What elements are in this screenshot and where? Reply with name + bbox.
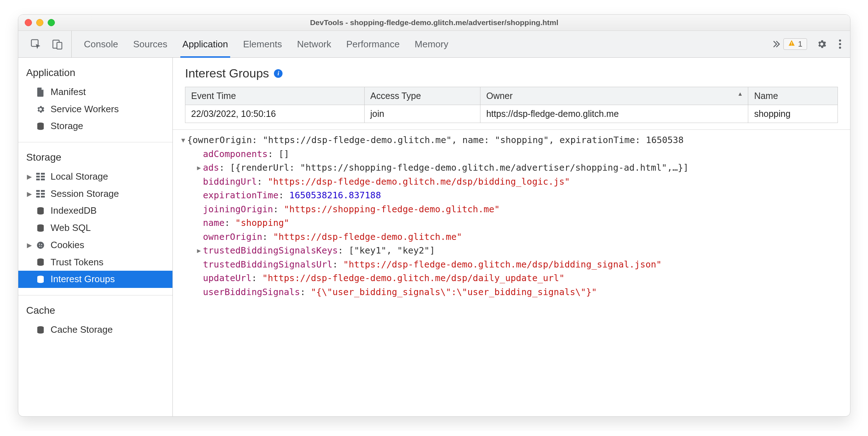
chevron-right-icon[interactable]: ▶ [26,172,33,181]
events-table: Event TimeAccess TypeOwner▲Name 22/03/20… [185,87,838,123]
chevron-right-icon[interactable]: ▶ [195,161,203,173]
tree-root[interactable]: ▼{ownerOrigin: "https://dsp-fledge-demo.… [179,133,844,147]
zoom-window-button[interactable] [48,19,55,26]
svg-rect-2 [57,42,62,49]
svg-point-23 [37,242,44,249]
svg-rect-9 [36,173,40,175]
svg-rect-3 [791,42,792,44]
tab-network[interactable]: Network [297,31,331,57]
sidebar-item-cookies[interactable]: ▶Cookies [18,237,172,254]
sort-asc-icon: ▲ [737,91,743,97]
tab-elements[interactable]: Elements [243,31,282,57]
chevron-right-icon[interactable]: ▶ [26,189,33,199]
tab-console[interactable]: Console [84,31,118,57]
svg-point-27 [41,246,42,247]
tree-item-adComponents[interactable]: adComponents: [] [179,147,844,161]
db-icon [35,275,46,284]
sidebar-item-local-storage[interactable]: ▶Local Storage [18,168,172,185]
svg-rect-12 [41,176,45,177]
sidebar-item-web-sql[interactable]: Web SQL [18,219,172,237]
sidebar-item-service-workers[interactable]: Service Workers [18,101,172,118]
device-toolbar-icon[interactable] [50,37,65,52]
inspect-icon[interactable] [28,37,43,52]
table-cell: https://dsp-fledge-demo.glitch.me [480,105,748,123]
grid-icon [35,190,46,198]
tab-sources[interactable]: Sources [133,31,167,57]
svg-point-25 [41,244,42,245]
file-icon [35,87,46,97]
db-icon [35,224,46,232]
tab-memory[interactable]: Memory [415,31,449,57]
tree-item-updateUrl[interactable]: updateUrl: "https://dsp-fledge-demo.glit… [179,271,844,285]
tree-item-expirationTime[interactable]: expirationTime: 1650538216.837188 [179,189,844,203]
sidebar-item-interest-groups[interactable]: Interest Groups [18,271,172,288]
db-icon [35,326,46,334]
tree-item-ads[interactable]: ▶ads: [{renderUrl: "https://shopping-fle… [179,161,844,175]
sidebar-item-session-storage[interactable]: ▶Session Storage [18,185,172,203]
sidebar-item-storage[interactable]: Storage [18,118,172,135]
tab-application[interactable]: Application [182,31,228,57]
sidebar-item-cache-storage[interactable]: Cache Storage [18,321,172,338]
svg-rect-18 [41,193,45,195]
db-icon [35,207,46,215]
gear-icon [35,105,46,114]
svg-point-5 [839,39,841,42]
close-window-button[interactable] [25,19,32,26]
svg-rect-20 [41,196,45,198]
sidebar-item-label: Manifest [51,85,86,99]
sidebar-item-manifest[interactable]: Manifest [18,84,172,101]
more-tabs-icon[interactable] [770,31,783,57]
col-name[interactable]: Name [748,87,838,105]
tab-performance[interactable]: Performance [346,31,400,57]
sidebar-item-label: Session Storage [51,187,119,201]
minimize-window-button[interactable] [36,19,43,26]
titlebar: DevTools - shopping-fledge-demo.glitch.m… [18,15,850,31]
panel-title: Interest Groups [185,66,269,80]
table-cell: join [364,105,480,123]
col-owner[interactable]: Owner▲ [480,87,748,105]
object-tree: ▼{ownerOrigin: "https://dsp-fledge-demo.… [173,129,850,299]
grid-icon [35,173,46,181]
tree-item-ownerOrigin[interactable]: ownerOrigin: "https://dsp-fledge-demo.gl… [179,230,844,244]
svg-point-26 [39,246,40,247]
main-panel: Interest Groups i Event TimeAccess TypeO… [173,58,850,416]
table-cell: 22/03/2022, 10:50:16 [185,105,365,123]
sidebar: ApplicationManifestService WorkersStorag… [18,58,173,416]
tree-item-name[interactable]: name: "shopping" [179,216,844,230]
svg-rect-16 [41,190,45,192]
svg-point-7 [839,47,841,49]
db-icon [35,258,46,266]
sidebar-item-label: Cache Storage [51,323,113,337]
sidebar-item-label: IndexedDB [51,204,97,218]
sidebar-item-label: Trust Tokens [51,256,103,269]
col-event-time[interactable]: Event Time [185,87,365,105]
settings-icon[interactable] [814,37,829,52]
table-row[interactable]: 22/03/2022, 10:50:16joinhttps://dsp-fled… [185,105,838,123]
sidebar-section-application: Application [18,64,172,84]
issues-badge[interactable]: 1 [783,38,807,50]
db-icon [35,122,46,131]
toolbar: ConsoleSourcesApplicationElementsNetwork… [18,31,850,58]
svg-rect-17 [36,193,40,195]
svg-rect-4 [791,44,792,45]
sidebar-item-label: Web SQL [51,221,91,235]
sidebar-item-trust-tokens[interactable]: Trust Tokens [18,254,172,271]
svg-rect-13 [36,179,40,180]
tree-item-biddingUrl[interactable]: biddingUrl: "https://dsp-fledge-demo.gli… [179,175,844,189]
chevron-right-icon[interactable]: ▶ [195,244,203,256]
tree-item-trustedBiddingSignalsKeys[interactable]: ▶trustedBiddingSignalsKeys: ["key1", "ke… [179,244,844,258]
cookie-icon [35,241,46,250]
tree-item-trustedBiddingSignalsUrl[interactable]: trustedBiddingSignalsUrl: "https://dsp-f… [179,258,844,272]
svg-rect-15 [36,190,40,192]
sidebar-section-cache: Cache [18,302,172,321]
sidebar-item-indexeddb[interactable]: IndexedDB [18,202,172,219]
col-access-type[interactable]: Access Type [364,87,480,105]
tree-item-joiningOrigin[interactable]: joiningOrigin: "https://shopping-fledge-… [179,203,844,217]
kebab-menu-icon[interactable] [836,37,844,52]
tree-item-userBiddingSignals[interactable]: userBiddingSignals: "{\"user_bidding_sig… [179,285,844,299]
window-controls [25,19,55,26]
chevron-right-icon[interactable]: ▶ [26,241,33,250]
info-icon[interactable]: i [274,69,283,78]
chevron-down-icon[interactable]: ▼ [179,133,187,145]
sidebar-section-storage: Storage [18,149,172,168]
